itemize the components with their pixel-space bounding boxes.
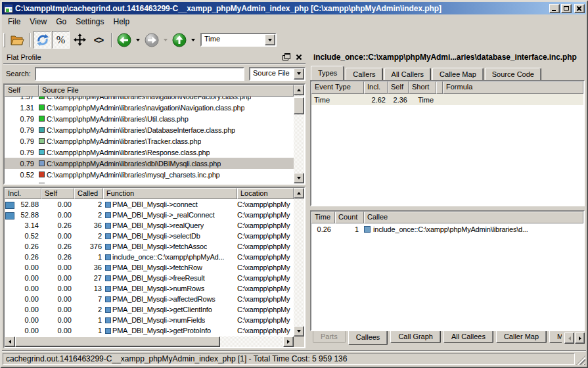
scroll-down-button[interactable] xyxy=(294,326,304,336)
file-path: C:\xampp\phpMyAdmin\libraries\dbi\DBIMys… xyxy=(47,160,221,168)
column-header-function[interactable]: Function xyxy=(103,188,237,199)
function-row[interactable]: 52.880.002PMA_DBI_Mysqli->connectC:\xamp… xyxy=(5,199,294,210)
scrollbar-thumb[interactable] xyxy=(294,97,304,114)
forward-dropdown-button[interactable] xyxy=(162,33,169,47)
event-type-row[interactable]: Time2.622.36Time xyxy=(311,94,583,105)
event-type-select[interactable]: Time xyxy=(200,33,277,47)
maximize-button[interactable] xyxy=(561,4,572,13)
back-button[interactable] xyxy=(115,31,133,49)
toolbar-handle[interactable] xyxy=(3,33,5,47)
file-row[interactable]: 0.79C:\xampp\phpMyAdmin\libraries\Tracke… xyxy=(5,135,294,147)
menu-settings[interactable]: Settings xyxy=(71,15,108,28)
function-row[interactable]: 0.260.261include_once::C:\xampp\phpMyAd.… xyxy=(5,252,294,262)
tab-all-callers[interactable]: All Callers xyxy=(384,68,432,80)
percentage-toggle[interactable]: % xyxy=(52,31,70,49)
file-row[interactable]: 0.79C:\xampp\phpMyAdmin\libraries\Databa… xyxy=(5,124,294,135)
function-row[interactable]: 0.000.001PMA_DBI_Mysqli->getProtoInfoC:\… xyxy=(5,325,294,336)
tab-call-graph[interactable]: Call Graph xyxy=(390,331,441,343)
column-header-short[interactable]: Short xyxy=(409,81,436,94)
resize-grip[interactable] xyxy=(576,356,585,365)
dock-close-button[interactable] xyxy=(296,54,302,60)
tabs-scroll-right-button[interactable] xyxy=(575,333,585,344)
function-row[interactable]: 0.000.007PMA_DBI_Mysqli->affectedRowsC:\… xyxy=(5,294,294,304)
event-type-dropdown-button[interactable] xyxy=(265,34,275,45)
column-header-callee[interactable]: Callee xyxy=(364,212,583,223)
function-table-vscrollbar[interactable] xyxy=(294,188,304,336)
function-row[interactable]: 0.000.0036PMA_DBI_Mysqli->fetchRowC:\xam… xyxy=(5,262,294,273)
function-row[interactable]: 0.000.001PMA_DBI_Mysqli->numFieldsC:\xam… xyxy=(5,315,294,325)
back-dropdown-button[interactable] xyxy=(134,33,141,47)
scroll-right-button[interactable] xyxy=(283,336,294,347)
dock-float-button[interactable] xyxy=(283,53,290,60)
titlebar: C:\xampp\tmp\cachegrind.out.1416463299-C… xyxy=(2,2,586,14)
file-row[interactable]: 0.52C:\xampp\phpMyAdmin\libraries\mysql_… xyxy=(5,169,294,180)
tab-callees[interactable]: Callees xyxy=(348,331,388,345)
menu-help[interactable]: Help xyxy=(109,15,135,28)
tab-callee-map[interactable]: Callee Map xyxy=(432,68,484,80)
relative-cost-toggle[interactable] xyxy=(34,31,51,49)
file-row[interactable]: 1.31C:\xampp\phpMyAdmin\libraries\naviga… xyxy=(5,102,294,113)
function-row[interactable]: 0.260.26376PMA_DBI_Mysqli->fetchAssocC:\… xyxy=(5,241,294,252)
column-header-called[interactable]: Called xyxy=(74,188,103,199)
scrollbar-thumb[interactable] xyxy=(15,336,220,347)
column-header-source-file[interactable]: Source File xyxy=(39,85,294,97)
file-row[interactable]: 0.79C:\xampp\phpMyAdmin\libraries\Respon… xyxy=(5,147,294,158)
column-header-separator[interactable] xyxy=(436,81,443,94)
tab-all-callees[interactable]: All Callees xyxy=(443,331,493,343)
file-row[interactable]: 1.57C:\xampp\phpMyAdmin\libraries\naviga… xyxy=(5,97,294,102)
chevron-down-icon xyxy=(164,39,168,41)
function-table-hscrollbar[interactable] xyxy=(5,336,294,347)
file-row[interactable]: 0.79C:\xampp\phpMyAdmin\libraries\Util.c… xyxy=(5,113,294,124)
function-row[interactable]: 52.880.002PMA_DBI_Mysqli->_realConnectC:… xyxy=(5,210,294,220)
close-button[interactable] xyxy=(574,4,585,13)
function-row[interactable]: 0.000.0027PMA_DBI_Mysqli->freeResultC:\x… xyxy=(5,273,294,283)
scroll-down-button[interactable] xyxy=(294,173,304,183)
tab-types[interactable]: Types xyxy=(311,66,344,80)
search-input[interactable] xyxy=(35,67,244,81)
column-header-self[interactable]: Self xyxy=(5,85,39,97)
scroll-up-button[interactable] xyxy=(294,188,304,198)
tab-callers[interactable]: Callers xyxy=(346,68,382,80)
group-by-dropdown-button[interactable] xyxy=(294,68,304,80)
tab-caller-map[interactable]: Caller Map xyxy=(496,331,547,343)
menu-view[interactable]: View xyxy=(25,15,51,28)
tab-machine[interactable]: Machine xyxy=(549,331,562,343)
column-header-formula[interactable]: Formula xyxy=(443,81,583,94)
forward-button[interactable] xyxy=(143,31,161,49)
function-cell: PMA_DBI_Mysqli->realQuery xyxy=(103,221,237,229)
function-row[interactable]: 0.000.002PMA_DBI_Mysqli->getClientInfoC:… xyxy=(5,304,294,315)
tabs-scroll-left-button[interactable] xyxy=(564,333,574,344)
column-header-incl[interactable]: Incl. xyxy=(5,188,41,199)
column-header-location[interactable]: Location xyxy=(237,188,294,199)
location: C:\xampp\phpMy xyxy=(237,285,294,292)
function-row[interactable]: 0.520.002PMA_DBI_Mysqli->selectDbC:\xamp… xyxy=(5,231,294,241)
up-button[interactable] xyxy=(170,31,189,49)
file-table-vscrollbar[interactable] xyxy=(294,85,304,183)
tab-source-code[interactable]: Source Code xyxy=(485,68,541,80)
event-table-rows: Time2.622.36Time xyxy=(311,94,583,205)
callee-row[interactable]: 0.261include_once::C:\xampp\phpMyAdmin\l… xyxy=(311,223,583,235)
column-header-time[interactable]: Time xyxy=(311,212,335,223)
column-header-count[interactable]: Count xyxy=(335,212,364,223)
group-by-select[interactable]: Source File xyxy=(249,67,305,81)
open-file-button[interactable] xyxy=(8,31,26,49)
chevron-down-icon xyxy=(136,39,140,41)
menu-go[interactable]: Go xyxy=(51,15,71,28)
up-dropdown-button[interactable] xyxy=(189,33,196,47)
cycle-detection-button[interactable]: <> xyxy=(89,31,108,49)
menu-file[interactable]: File xyxy=(3,15,25,28)
scroll-up-button[interactable] xyxy=(294,85,304,95)
expand-areas-button[interactable] xyxy=(70,31,89,49)
file-row[interactable]: 0.52C:\xampp\phpMyAdmin\libraries\user_p… xyxy=(5,180,294,183)
function-row[interactable]: 0.000.0013PMA_DBI_Mysqli->numRowsC:\xamp… xyxy=(5,283,294,294)
function-row[interactable]: 3.140.2636PMA_DBI_Mysqli->realQueryC:\xa… xyxy=(5,220,294,231)
column-header-incl[interactable]: Incl. xyxy=(364,81,388,94)
file-row[interactable]: 0.79C:\xampp\phpMyAdmin\libraries\dbi\DB… xyxy=(5,158,294,169)
scroll-left-icon xyxy=(568,336,571,340)
minimize-button[interactable] xyxy=(549,4,560,13)
column-header-self[interactable]: Self xyxy=(41,188,74,199)
column-header-event-type[interactable]: Event Type xyxy=(311,81,364,94)
column-header-self[interactable]: Self xyxy=(388,81,409,94)
scroll-left-button[interactable] xyxy=(5,336,15,347)
toolbar-separator xyxy=(30,33,31,47)
